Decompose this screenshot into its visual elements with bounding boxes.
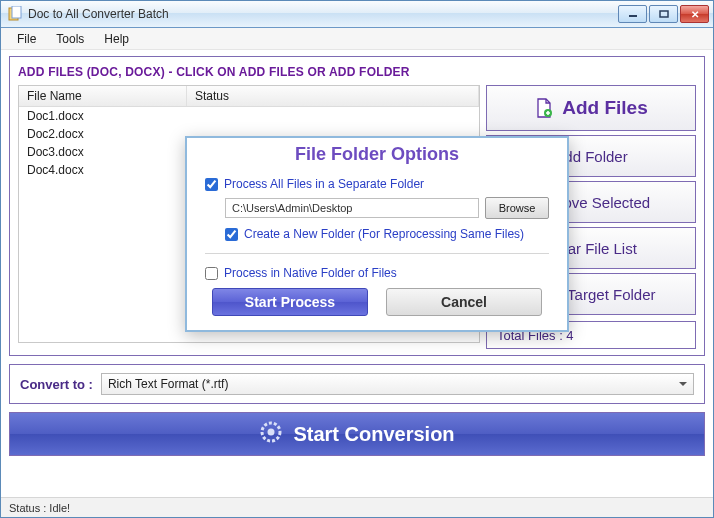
window-title: Doc to All Converter Batch [28, 7, 618, 21]
menu-bar: File Tools Help [1, 28, 713, 50]
title-bar: Doc to All Converter Batch ✕ [1, 1, 713, 28]
opt-native-folder[interactable]: Process in Native Folder of Files [205, 262, 549, 284]
svg-rect-1 [12, 6, 21, 18]
opt-separate-folder[interactable]: Process All Files in a Separate Folder [205, 173, 549, 195]
opt-create-new-folder[interactable]: Create a New Folder (For Reprocessing Sa… [225, 223, 549, 245]
status-text: Status : Idle! [9, 502, 70, 514]
start-conversion-label: Start Conversion [293, 423, 454, 446]
menu-help[interactable]: Help [94, 30, 139, 48]
opt-create-new-folder-checkbox[interactable] [225, 228, 238, 241]
svg-rect-3 [660, 11, 668, 17]
start-conversion-button[interactable]: Start Conversion [9, 412, 705, 456]
maximize-button[interactable] [649, 5, 678, 23]
col-file-name[interactable]: File Name [19, 86, 187, 106]
add-files-label: Add Files [562, 97, 648, 119]
opt-separate-folder-checkbox[interactable] [205, 178, 218, 191]
file-folder-options-dialog: File Folder Options Process All Files in… [185, 136, 569, 332]
menu-tools[interactable]: Tools [46, 30, 94, 48]
status-bar: Status : Idle! [1, 497, 713, 517]
start-process-button[interactable]: Start Process [212, 288, 368, 316]
convert-to-select[interactable]: Rich Text Format (*.rtf) [101, 373, 694, 395]
list-item[interactable]: Doc1.docx [19, 107, 479, 125]
convert-row: Convert to : Rich Text Format (*.rtf) [9, 364, 705, 404]
add-file-icon [534, 98, 554, 118]
app-icon [7, 6, 23, 22]
cancel-button[interactable]: Cancel [386, 288, 542, 316]
dialog-title: File Folder Options [187, 138, 567, 173]
add-files-button[interactable]: Add Files [486, 85, 696, 131]
browse-button[interactable]: Browse [485, 197, 549, 219]
menu-file[interactable]: File [7, 30, 46, 48]
minimize-button[interactable] [618, 5, 647, 23]
gear-icon [259, 420, 283, 449]
panel-heading: ADD FILES (DOC, DOCX) - CLICK ON ADD FIL… [18, 63, 696, 85]
folder-path-input[interactable]: C:\Users\Admin\Desktop [225, 198, 479, 218]
svg-point-6 [268, 428, 275, 435]
col-status[interactable]: Status [187, 86, 479, 106]
opt-native-folder-checkbox[interactable] [205, 267, 218, 280]
close-button[interactable]: ✕ [680, 5, 709, 23]
convert-to-label: Convert to : [20, 377, 93, 392]
